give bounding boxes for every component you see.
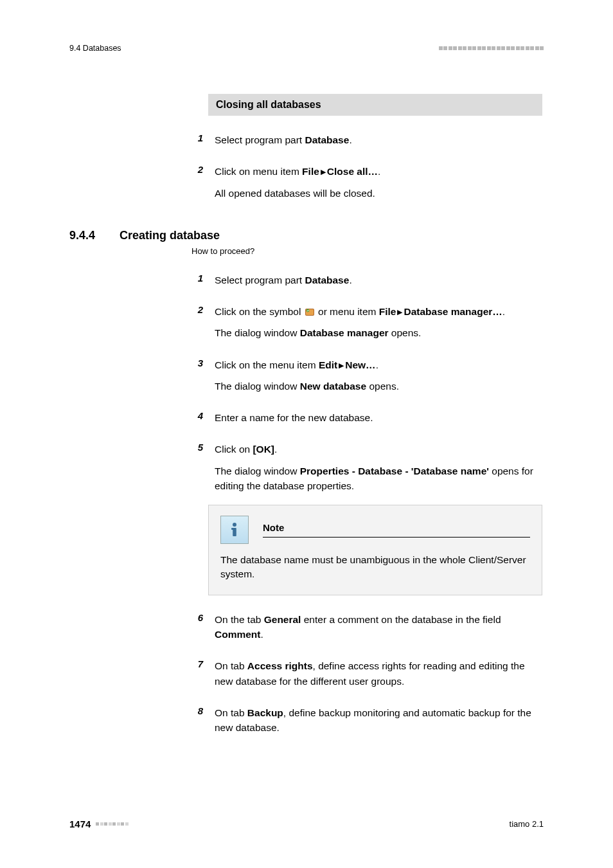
step-body: Click on [OK].The dialog window Properti… [215, 442, 542, 493]
step-number: 6 [191, 612, 206, 626]
menu-arrow-icon: ▶ [337, 361, 345, 369]
step-body: On tab Backup, define backup monitoring … [215, 705, 542, 736]
step-number: 1 [191, 273, 206, 287]
step-row: 2Click on menu item File▶Close all….All … [191, 164, 542, 201]
step-body: Click on the menu item Edit▶New….The dia… [215, 357, 542, 394]
menu-arrow-icon: ▶ [396, 308, 404, 316]
step-row: 1Select program part Database. [191, 132, 542, 147]
step-number: 4 [191, 410, 206, 424]
step-row: 4Enter a name for the new database. [191, 410, 542, 425]
step-number: 5 [191, 442, 206, 456]
db-manager-icon [304, 307, 315, 317]
step-number: 1 [191, 132, 206, 147]
section-number: 9.4.4 [69, 229, 95, 242]
product-name: tiamo 2.1 [510, 819, 544, 829]
info-icon [220, 516, 249, 544]
step-row: 3Click on the menu item Edit▶New….The di… [191, 357, 542, 394]
step-number: 2 [191, 304, 206, 318]
step-number: 2 [191, 164, 206, 178]
header-section-path: 9.4 Databases [69, 44, 121, 53]
step-row: 5Click on [OK].The dialog window Propert… [191, 442, 542, 493]
page-header: 9.4 Databases [69, 44, 544, 53]
step-number: 8 [191, 705, 206, 719]
decorative-dots [439, 46, 544, 50]
svg-point-3 [233, 523, 236, 527]
step-row: 2Click on the symbol or menu item File▶D… [191, 304, 542, 341]
note-title: Note [263, 522, 530, 538]
decorative-dots [96, 822, 129, 826]
step-body: Click on the symbol or menu item File▶Da… [215, 304, 542, 341]
step-body: Enter a name for the new database. [215, 410, 542, 425]
step-number: 7 [191, 658, 206, 673]
step-body: On the tab General enter a comment on th… [215, 612, 542, 642]
how-to-proceed-label: How to proceed? [191, 246, 544, 256]
step-body: Click on menu item File▶Close all….All o… [215, 164, 542, 201]
main-content: Closing all databases 1Select program pa… [69, 94, 544, 735]
step-body: Select program part Database. [215, 132, 542, 147]
section-heading-row: 9.4.4 Creating database [69, 229, 544, 242]
note-body: The database name must be unambiguous in… [220, 553, 530, 582]
svg-point-2 [306, 309, 309, 312]
page-footer: 1474 tiamo 2.1 [69, 818, 544, 829]
page-number: 1474 [69, 818, 91, 829]
step-row: 6On the tab General enter a comment on t… [191, 612, 542, 642]
step-body: On tab Access rights, define access righ… [215, 658, 542, 689]
step-row: 1Select program part Database. [191, 273, 542, 287]
closing-databases-heading: Closing all databases [208, 94, 542, 116]
step-row: 8On tab Backup, define backup monitoring… [191, 705, 542, 736]
step-row: 7On tab Access rights, define access rig… [191, 658, 542, 689]
step-number: 3 [191, 357, 206, 372]
menu-arrow-icon: ▶ [319, 168, 327, 176]
section-title: Creating database [120, 229, 220, 242]
note-box: NoteThe database name must be unambiguou… [208, 505, 542, 595]
svg-rect-5 [231, 528, 235, 530]
step-body: Select program part Database. [215, 273, 542, 287]
